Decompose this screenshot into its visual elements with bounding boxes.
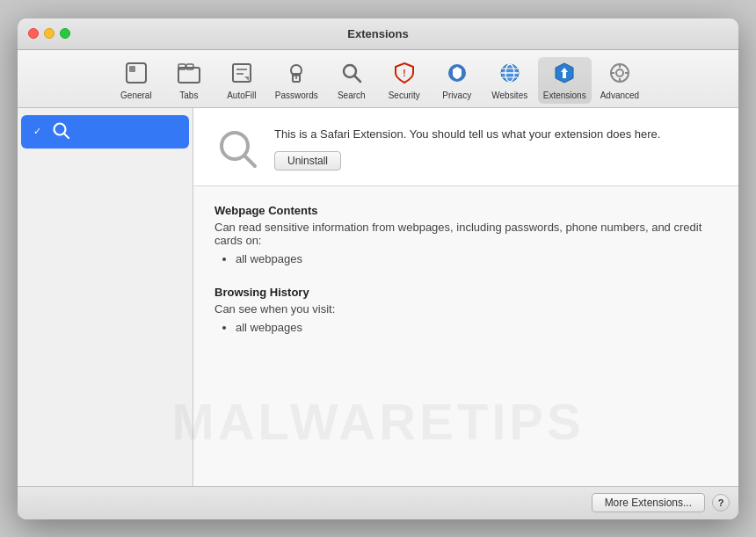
- toolbar-item-advanced[interactable]: Advanced: [595, 57, 644, 104]
- main-window: Extensions General Tabs: [18, 18, 738, 519]
- list-item: all webpages: [236, 250, 717, 269]
- extensions-icon: [552, 61, 577, 89]
- general-label: General: [120, 91, 152, 100]
- permission-list-history: all webpages: [214, 319, 717, 337]
- extensions-label: Extensions: [543, 91, 586, 100]
- window-title: Extensions: [347, 27, 408, 40]
- passwords-label: Passwords: [275, 91, 318, 100]
- toolbar-item-websites[interactable]: Websites: [485, 57, 534, 104]
- permission-list-webpage: all webpages: [214, 250, 717, 269]
- general-icon: [124, 61, 149, 89]
- svg-line-30: [244, 156, 255, 166]
- toolbar-item-extensions[interactable]: Extensions: [538, 57, 592, 104]
- privacy-label: Privacy: [442, 91, 471, 100]
- extension-description: This is a Safari Extension. You should t…: [274, 126, 717, 171]
- advanced-icon: [607, 61, 632, 89]
- search-icon: [339, 61, 364, 89]
- permission-section-webpage: Webpage Contents Can read sensitive info…: [214, 204, 717, 269]
- permissions-area: Webpage Contents Can read sensitive info…: [193, 186, 738, 486]
- svg-line-28: [64, 134, 69, 138]
- extension-checkbox[interactable]: ✓: [30, 125, 44, 139]
- permission-desc-history: Can see when you visit:: [214, 302, 717, 316]
- tabs-icon: [177, 61, 201, 89]
- uninstall-button[interactable]: Uninstall: [274, 151, 341, 171]
- toolbar-item-general[interactable]: General: [112, 57, 161, 104]
- toolbar-item-security[interactable]: ! Security: [380, 57, 429, 104]
- extension-icon: [214, 126, 260, 171]
- sidebar-item-search-ext[interactable]: ✓: [21, 115, 189, 149]
- svg-rect-1: [129, 66, 135, 72]
- maximize-button[interactable]: [60, 28, 70, 39]
- toolbar: General Tabs AutoFill: [18, 50, 738, 108]
- websites-label: Websites: [491, 91, 527, 100]
- window-controls: [28, 28, 70, 39]
- autofill-label: AutoFill: [227, 91, 256, 100]
- detail-panel: This is a Safari Extension. You should t…: [193, 108, 738, 486]
- permission-section-history: Browsing History Can see when you visit:…: [214, 286, 717, 337]
- security-label: Security: [389, 91, 420, 100]
- extension-description-text: This is a Safari Extension. You should t…: [274, 126, 717, 143]
- permission-title-history: Browsing History: [214, 286, 717, 299]
- toolbar-item-tabs[interactable]: Tabs: [164, 57, 214, 104]
- more-extensions-button[interactable]: More Extensions...: [592, 493, 705, 512]
- advanced-label: Advanced: [600, 91, 639, 100]
- toolbar-item-passwords[interactable]: Passwords: [270, 57, 323, 104]
- list-item: all webpages: [236, 319, 717, 337]
- permission-title-webpage: Webpage Contents: [214, 204, 717, 217]
- help-button[interactable]: ?: [712, 494, 730, 512]
- minimize-button[interactable]: [44, 28, 55, 39]
- toolbar-item-autofill[interactable]: AutoFill: [217, 57, 266, 104]
- bottom-bar: More Extensions... ?: [18, 486, 738, 519]
- toolbar-item-privacy[interactable]: Privacy: [433, 57, 482, 104]
- search-label: Search: [338, 91, 366, 100]
- sidebar: ✓: [18, 108, 193, 486]
- titlebar: Extensions: [18, 18, 738, 50]
- svg-point-22: [616, 69, 623, 76]
- extension-sidebar-icon: [51, 120, 70, 143]
- autofill-icon: [229, 61, 254, 89]
- privacy-icon: [445, 61, 469, 89]
- close-button[interactable]: [28, 28, 39, 39]
- passwords-icon: [284, 61, 309, 89]
- security-icon: !: [392, 61, 417, 89]
- toolbar-item-search[interactable]: Search: [327, 57, 376, 104]
- permission-desc-webpage: Can read sensitive information from webp…: [214, 221, 717, 247]
- main-content: MALWARETIPS ✓: [18, 108, 738, 486]
- websites-icon: [498, 61, 522, 89]
- svg-text:!: !: [403, 69, 405, 78]
- tabs-label: Tabs: [179, 91, 198, 100]
- svg-line-12: [354, 76, 360, 82]
- extension-header: This is a Safari Extension. You should t…: [193, 108, 738, 186]
